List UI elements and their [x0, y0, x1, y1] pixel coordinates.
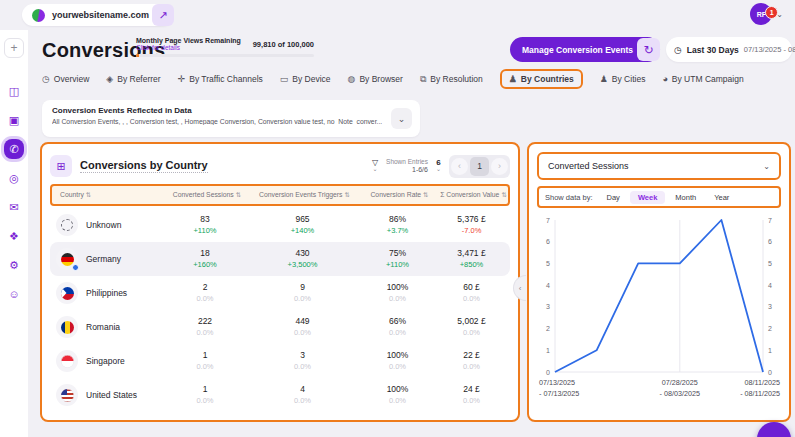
sidebar-item-statistics[interactable]: ◫ [4, 81, 24, 101]
cell-delta: 0.0% [435, 361, 508, 372]
cell-value: 100% [360, 384, 435, 395]
granularity-week[interactable]: Week [630, 191, 665, 204]
tab-bar: ◷Overview◈By Referrer✛By Traffic Channel… [42, 69, 744, 89]
tab-by-traffic-channels[interactable]: ✛By Traffic Channels [178, 74, 263, 84]
metric-cell: 30.0% [245, 350, 360, 372]
refresh-icon: ↻ [643, 43, 653, 57]
by-countries-icon: ♟ [509, 74, 517, 84]
next-page-button[interactable]: › [491, 158, 508, 175]
filter-button[interactable]: ▽ ⌄ [372, 160, 378, 172]
metric-cell: 18+160% [165, 248, 245, 270]
current-page[interactable]: 1 [470, 157, 489, 176]
cell-delta: 0.0% [165, 327, 245, 338]
table-row-singapore[interactable]: Singapore10.0%30.0%100%0.0%22 £0.0% [50, 344, 510, 378]
tab-overview[interactable]: ◷Overview [42, 74, 89, 84]
tab-by-browser[interactable]: ◍By Browser [348, 74, 403, 84]
metric-cell: 75%+110% [360, 248, 435, 270]
granularity-year[interactable]: Year [706, 191, 737, 204]
y-axis-tick-right: 1 [768, 347, 772, 354]
table-row-united-states[interactable]: United States10.0%40.0%100%0.0%24 £0.0% [50, 378, 510, 412]
country-name: United States [86, 390, 137, 400]
sort-icon[interactable]: ⇅ [345, 191, 350, 198]
cell-value: 86% [360, 214, 435, 225]
metric-dropdown[interactable]: Converted Sessions ⌄ [537, 152, 781, 180]
tab-by-countries[interactable]: ♟By Countries [500, 69, 583, 89]
table-header-row: Country⇅Converted Sessions⇅Conversion Ev… [50, 184, 510, 206]
sort-icon[interactable]: ⇅ [501, 191, 506, 198]
sidebar-item-feedback[interactable]: ✉ [4, 197, 24, 217]
sort-icon[interactable]: ⇅ [423, 191, 428, 198]
column-label: Conversion Events Triggers [259, 191, 343, 198]
page-size-selector[interactable]: 6 ⌄ [436, 159, 441, 173]
by-utm-campaign-icon: ◕ [662, 74, 667, 84]
website-favicon [32, 9, 45, 22]
x-axis-label: 07/28/2025 [662, 378, 698, 387]
page-views-details-link[interactable]: Click for details [136, 44, 241, 51]
metric-cell: 24 £0.0% [435, 384, 508, 406]
y-axis-tick-left: 4 [546, 282, 550, 289]
refresh-button[interactable]: ↻ [637, 38, 660, 61]
y-axis-tick-right: 5 [768, 260, 772, 267]
tab-by-utm-campaign[interactable]: ◕By UTM Campaign [662, 74, 743, 84]
main-content: Conversions Monthly Page Views Remaining… [28, 30, 795, 437]
feedback-icon: ✉ [9, 201, 18, 214]
sidebar-item-account[interactable]: ☺ [4, 284, 24, 304]
cell-value: 60 £ [435, 282, 508, 293]
sidebar-item-behavior[interactable]: ◎ [4, 168, 24, 188]
cell-value: 1 [165, 384, 245, 395]
cell-value: 24 £ [435, 384, 508, 395]
table-row-unknown[interactable]: Unknown83+110%965+140%86%+3.7%5,376 £-7.… [50, 208, 510, 242]
website-selector[interactable]: yourwebsitename.com ⌄ [22, 4, 173, 26]
x-axis-label: 07/13/2025 [539, 378, 575, 387]
tab-label: By Countries [521, 74, 574, 84]
metric-cell: 83+110% [165, 214, 245, 236]
column-label: Conversion Rate [370, 191, 421, 198]
prev-page-button[interactable]: ‹ [451, 158, 468, 175]
x-axis-label: 08/11/2025 [745, 378, 780, 387]
banner-expand-button[interactable]: ⌄ [391, 108, 412, 129]
events-icon: ▣ [9, 114, 19, 127]
column-header-converted-sessions: Converted Sessions⇅ [167, 191, 247, 199]
granularity-day[interactable]: Day [599, 191, 628, 204]
column-label: Converted Sessions [173, 191, 234, 198]
tab-label: By Referrer [117, 74, 160, 84]
sidebar-item-privacy[interactable]: ❖ [4, 226, 24, 246]
cell-value: 100% [360, 350, 435, 361]
column-header-conversion-rate: Conversion Rate⇅ [362, 191, 437, 199]
cell-delta: 0.0% [245, 293, 360, 304]
conversions-table-panel: ⊞ Conversions by Country ▽ ⌄ Shown Entri… [40, 142, 520, 422]
tab-by-referrer[interactable]: ◈By Referrer [106, 74, 160, 84]
sidebar-item-conversions[interactable]: ✆ [4, 139, 24, 159]
open-website-button[interactable]: ↗ [152, 4, 174, 26]
sort-icon[interactable]: ⇅ [86, 191, 91, 198]
granularity-month[interactable]: Month [667, 191, 704, 204]
metric-cell: 965+140% [245, 214, 360, 236]
tab-label: By Cities [612, 74, 646, 84]
table-row-romania[interactable]: Romania2220.0%4490.0%66%0.0%5,002 £0.0% [50, 310, 510, 344]
table-row-germany[interactable]: Germany18+160%430+3,500%75%+110%3,471 £+… [50, 242, 510, 276]
cell-value: 2 [165, 282, 245, 293]
column-header--conversion-value: Σ Conversion Value⇅ [437, 191, 510, 199]
sort-icon[interactable]: ⇅ [236, 191, 241, 198]
cell-value: 3 [245, 350, 360, 361]
cell-value: 4 [245, 384, 360, 395]
tab-by-cities[interactable]: ♟By Cities [600, 74, 646, 84]
account-menu[interactable]: RF 1 ⌄ [750, 3, 783, 25]
sidebar-item-events[interactable]: ▣ [4, 110, 24, 130]
sidebar-item-add-website[interactable]: + [4, 38, 24, 58]
tab-label: By Traffic Channels [189, 74, 263, 84]
sg-flag-icon [56, 350, 78, 372]
avatar[interactable]: RF 1 [750, 3, 772, 25]
cell-value: 430 [245, 248, 360, 259]
cell-value: 22 £ [435, 350, 508, 361]
table-row-philippines[interactable]: Philippines20.0%90.0%100%0.0%60 £0.0% [50, 276, 510, 310]
date-range-picker[interactable]: ◷ Last 30 Days 07/13/2025 - 08/12/2025 ⌄ [666, 37, 792, 62]
selected-dot [72, 264, 79, 271]
cell-delta: 0.0% [245, 327, 360, 338]
tab-by-device[interactable]: ▭By Device [280, 74, 331, 84]
behavior-icon: ◎ [9, 172, 19, 185]
tab-by-resolution[interactable]: ⧉By Resolution [420, 74, 483, 85]
cell-value: 66% [360, 316, 435, 327]
manage-button-label: Manage Conversion Events [522, 45, 633, 55]
sidebar-item-settings[interactable]: ⚙ [4, 255, 24, 275]
